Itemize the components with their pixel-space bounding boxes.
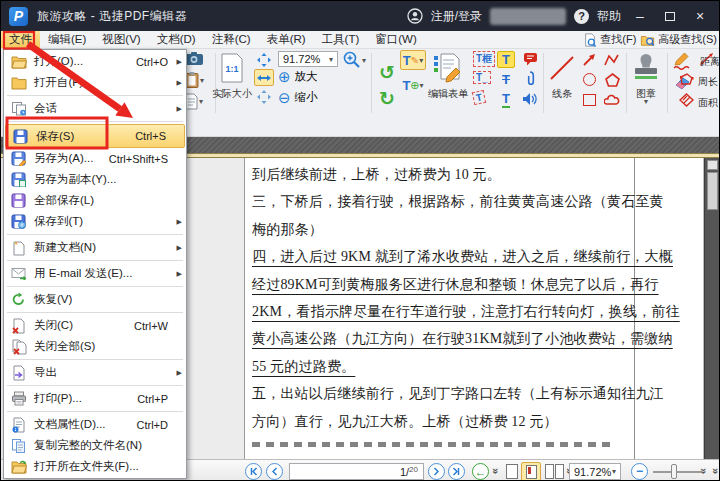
menu-item-close-all[interactable]: 关闭全部(S) xyxy=(4,336,186,357)
zoom-slider-track[interactable] xyxy=(653,471,701,473)
page-number-input[interactable]: 1/20 xyxy=(289,463,424,480)
statusbar-chevron[interactable]: » xyxy=(710,468,720,474)
dropdown-arrow-icon: ▾ xyxy=(362,56,366,65)
pdf-page[interactable]: 到后继续前进，上桥，过桥费为 10 元。 三，下桥后，接着行驶，根据路标，前往黄… xyxy=(244,158,703,459)
text-box-button[interactable]: T框 xyxy=(473,51,495,67)
menu-item-label: 导出 xyxy=(34,365,57,380)
menu-edit[interactable]: 编辑(E) xyxy=(40,31,94,48)
fit-width-button[interactable] xyxy=(254,69,274,86)
menu-item-print[interactable]: 打印(P)... Ctrl+P xyxy=(4,388,186,409)
rectangle-tool-button[interactable] xyxy=(579,91,599,108)
two-page-left-icon[interactable] xyxy=(545,464,554,479)
menu-item-save-to[interactable]: 保存到(T) ▶ xyxy=(4,211,186,232)
line-icon xyxy=(548,54,576,82)
menu-item-label: 复制完整的文件名(N) xyxy=(34,438,142,453)
cloud-tool-button[interactable] xyxy=(602,91,622,108)
help-button[interactable]: 帮助 xyxy=(597,8,621,25)
statusbar-chevron[interactable]: » xyxy=(698,468,710,474)
stamp-button[interactable] xyxy=(630,51,662,85)
statusbar-zoom-combo[interactable]: 91.72% ▾ xyxy=(569,463,621,480)
menu-item-open-from[interactable]: 打开自(F) ▶ xyxy=(4,72,186,93)
edit-form-button[interactable] xyxy=(429,51,467,84)
menu-item-copy-filename[interactable]: 复制完整的文件名(N) xyxy=(4,435,186,456)
new-document-icon: * xyxy=(10,240,27,256)
menu-item-open[interactable]: 打开(O)... Ctrl+O ▶ xyxy=(4,51,186,72)
next-page-button[interactable] xyxy=(428,463,445,480)
advanced-find-button[interactable]: 高级查找(S) xyxy=(640,32,717,47)
zoom-out-slider-button[interactable]: − xyxy=(631,463,648,480)
menu-item-new-document[interactable]: * 新建文档(N) ▶ xyxy=(4,237,186,258)
edit-text-tool-button[interactable]: T✎▾ xyxy=(400,50,426,70)
pencil-tool-button[interactable] xyxy=(671,51,693,71)
menu-item-revert[interactable]: 恢复(V) xyxy=(4,289,186,310)
menu-item-save-copy[interactable]: 另存为副本(Y)... xyxy=(4,169,186,190)
two-page-right-icon[interactable] xyxy=(555,464,564,479)
menu-item-save-as[interactable]: 另存为(A)... Ctrl+Shift+S xyxy=(4,148,186,169)
menu-item-close[interactable]: 关闭(C) Ctrl+W xyxy=(4,315,186,336)
save-all-icon xyxy=(10,193,27,209)
menu-item-save-all[interactable]: 全部保存(L) xyxy=(4,190,186,211)
menu-window[interactable]: 窗口(W) xyxy=(367,31,425,48)
menu-item-document-properties[interactable]: 文档属性(D)... Ctrl+D xyxy=(4,414,186,435)
maximize-button[interactable] xyxy=(665,12,675,21)
area-tool-button[interactable] xyxy=(677,92,695,108)
ellipse-tool-button[interactable] xyxy=(579,71,599,88)
menu-comment[interactable]: 注释(C) xyxy=(204,31,259,48)
sticky-note-button[interactable] xyxy=(521,51,539,67)
previous-view-button[interactable]: ← xyxy=(472,463,489,480)
snapshot-button[interactable] xyxy=(184,51,204,66)
svg-text:*: * xyxy=(15,240,18,247)
menu-item-open-folder[interactable]: 打开所在文件夹(F)... xyxy=(4,456,186,477)
sound-annotation-button[interactable] xyxy=(521,90,539,107)
menu-document[interactable]: 文档(D) xyxy=(149,31,204,48)
close-button[interactable]: × xyxy=(689,8,711,24)
menu-item-session[interactable]: 会话 ▶ xyxy=(4,98,186,119)
minimize-button[interactable]: – xyxy=(629,8,651,24)
zoom-tool-button[interactable]: ▾ xyxy=(342,49,366,71)
line-tool-button[interactable] xyxy=(547,53,577,83)
typewriter-button[interactable]: T_ xyxy=(473,71,491,84)
perimeter-tool-button[interactable] xyxy=(677,71,695,87)
highlight-icon: T xyxy=(502,52,510,67)
single-page-button[interactable] xyxy=(506,464,518,479)
find-button[interactable]: 查找(F) xyxy=(583,32,636,47)
paste-button[interactable]: ▾ xyxy=(184,71,204,89)
polyline-tool-button[interactable] xyxy=(602,51,622,68)
menu-item-save[interactable]: 保存(S) Ctrl+S xyxy=(5,124,185,148)
zoom-out-button[interactable]: ⊖缩小 xyxy=(278,90,318,105)
menu-item-label: 文档属性(D)... xyxy=(34,417,106,432)
menu-item-email[interactable]: 用 E-mail 发送(E)... ▶ xyxy=(4,263,186,284)
previous-page-button[interactable] xyxy=(266,463,283,480)
login-button[interactable]: 注册/登录 xyxy=(431,8,482,25)
zoom-in-button[interactable]: ⊕放大 xyxy=(278,69,318,84)
fit-page-button[interactable] xyxy=(254,51,274,68)
menu-tools[interactable]: 工具(T) xyxy=(314,31,368,48)
menu-view[interactable]: 视图(V) xyxy=(94,31,148,48)
menu-form[interactable]: 表单(R) xyxy=(259,31,314,48)
underline-text-button[interactable]: T xyxy=(497,91,515,108)
rotate-left-button[interactable]: ↺ xyxy=(377,63,397,82)
menu-item-export[interactable]: 导出 ▶ xyxy=(4,362,186,383)
arrow-tool-button[interactable] xyxy=(579,51,599,68)
view-history-chevron[interactable]: » xyxy=(490,468,502,474)
stamp-dropdown-icon[interactable]: ▼ xyxy=(630,98,662,105)
attach-file-button[interactable] xyxy=(521,70,539,87)
menu-item-label: 新建文档(N) xyxy=(34,240,96,255)
continuous-page-button[interactable] xyxy=(521,462,541,481)
zoom-slider-handle[interactable] xyxy=(671,464,677,479)
scrollbar-thumb[interactable] xyxy=(707,172,718,210)
actual-size-button[interactable]: 1:1 xyxy=(218,51,245,84)
callout-text-button[interactable]: T xyxy=(473,91,485,104)
first-page-button[interactable] xyxy=(245,463,262,480)
scrollbar-button[interactable] xyxy=(707,160,718,170)
polygon-tool-button[interactable] xyxy=(602,71,622,88)
fit-visible-button[interactable] xyxy=(254,88,274,105)
menu-file[interactable]: 文件 xyxy=(1,31,40,48)
last-page-button[interactable] xyxy=(448,463,465,480)
vertical-scrollbar[interactable] xyxy=(704,158,719,459)
highlight-text-button[interactable]: T xyxy=(497,51,515,68)
add-text-button[interactable]: T⊕▾ xyxy=(400,74,426,96)
strikeout-text-button[interactable]: T xyxy=(497,71,515,88)
zoom-level-combo[interactable]: 91.72% ▾ xyxy=(278,51,338,67)
rotate-right-button[interactable]: ↻ xyxy=(377,89,397,108)
